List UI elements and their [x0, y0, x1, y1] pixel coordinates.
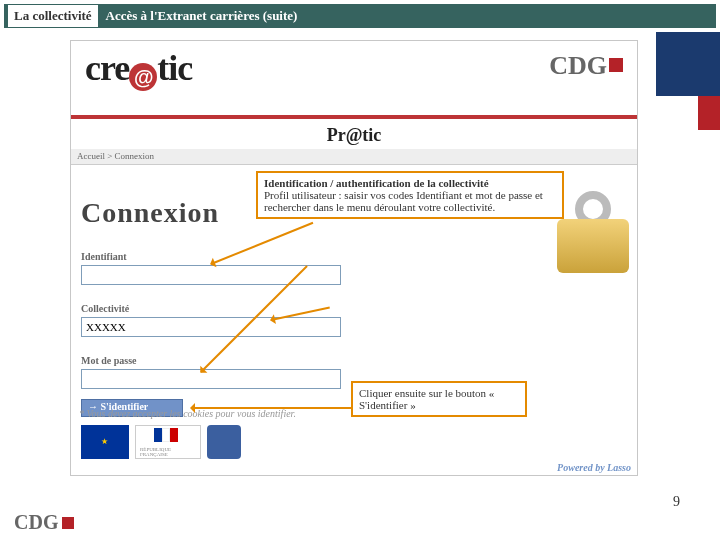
input-motdepasse[interactable]	[81, 369, 341, 389]
section-title-connexion: Connexion	[81, 197, 219, 229]
input-collectivite[interactable]	[81, 317, 341, 337]
footer-red-square-icon	[62, 517, 74, 529]
brand-logo: cre@tic	[85, 47, 345, 107]
cdg-square-icon	[609, 58, 623, 72]
page-header: La collectivité Accès à l'Extranet carri…	[4, 4, 716, 28]
cdg-text: CDG	[549, 51, 607, 80]
callout-title: Identification / authentification de la …	[264, 177, 489, 189]
field-collectivite: Collectivité	[81, 303, 341, 337]
header-title: Accès à l'Extranet carrières (suite)	[106, 8, 298, 24]
corner-block-red	[698, 96, 720, 130]
brand-part-b: tic	[157, 48, 192, 88]
footer-logos: RÉPUBLIQUE FRANÇAISE	[81, 425, 241, 459]
brand-wordmark: cre@tic	[85, 47, 345, 89]
footer-cdg-logo: CDG	[14, 511, 74, 534]
fr-sub: RÉPUBLIQUE FRANÇAISE	[140, 447, 200, 457]
divider-red	[71, 115, 637, 119]
callout-sidentifier: Cliquer ensuite sur le bouton « S'identi…	[351, 381, 527, 417]
footer-cdg-text: CDG	[14, 511, 58, 534]
eu-flag-icon	[81, 425, 129, 459]
shield-icon	[207, 425, 241, 459]
screenshot-panel: cre@tic CDG Pr@tic Accueil > Connexion C…	[70, 40, 638, 476]
breadcrumb-bar: Accueil > Connexion	[71, 149, 637, 165]
app-title: Pr@tic	[71, 125, 637, 146]
powered-by: Powered by Lasso	[557, 462, 631, 473]
cdg-logo: CDG	[505, 51, 625, 91]
callout-identification: Identification / authentification de la …	[256, 171, 564, 219]
brand-part-a: cre	[85, 48, 129, 88]
fr-gov-logo: RÉPUBLIQUE FRANÇAISE	[135, 425, 201, 459]
lock-icon	[557, 191, 629, 273]
page-number: 9	[673, 494, 680, 510]
header-tag: La collectivité	[8, 5, 98, 27]
callout-body: Profil utilisateur : saisir vos codes Id…	[264, 189, 543, 213]
at-icon: @	[129, 63, 157, 91]
corner-block-blue	[656, 32, 720, 96]
arrow-icon	[191, 407, 351, 409]
breadcrumb: Accueil > Connexion	[71, 149, 637, 163]
